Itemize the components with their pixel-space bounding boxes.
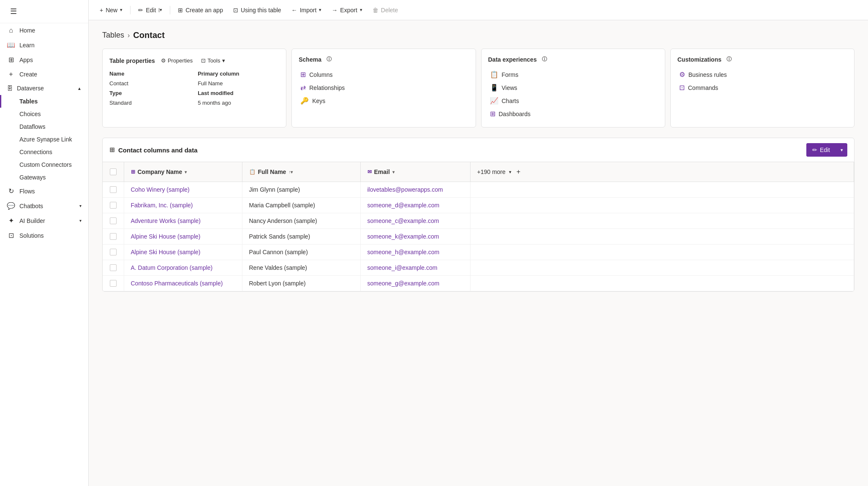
company-value[interactable]: Coho Winery (sample) <box>131 186 190 193</box>
using-table-button[interactable]: ⊡ Using this table <box>229 4 286 16</box>
row-checkbox-2[interactable] <box>110 217 117 224</box>
sidebar-item-label: Flows <box>19 188 35 195</box>
edit-button[interactable]: ✏ Edit |▾ <box>134 4 166 16</box>
commands-link[interactable]: ⊡ Commands <box>678 81 847 94</box>
business-rules-link[interactable]: ⚙ Business rules <box>678 68 847 81</box>
header-checkbox[interactable] <box>110 168 117 175</box>
relationships-icon: ⇄ <box>300 84 306 92</box>
sidebar-item-learn[interactable]: 📖 Learn <box>0 38 88 52</box>
sidebar-item-custom-connectors[interactable]: Custom Connectors <box>0 158 88 171</box>
sidebar-group-dataverse[interactable]: 🗄 Dataverse ▲ <box>0 81 88 95</box>
row-checkbox-cell <box>103 229 124 244</box>
sidebar-item-connections[interactable]: Connections <box>0 146 88 158</box>
charts-link[interactable]: 📈 Charts <box>488 94 658 107</box>
th-email[interactable]: ✉ Email ▾ <box>360 162 470 182</box>
company-value[interactable]: Fabrikam, Inc. (sample) <box>131 202 193 209</box>
table-row: Coho Winery (sample) Jim Glynn (sample) … <box>103 182 854 198</box>
forms-link[interactable]: 📋 Forms <box>488 68 658 81</box>
add-column-button[interactable]: + <box>515 166 522 177</box>
sidebar-item-tables[interactable]: Tables <box>0 95 88 108</box>
company-sort-icon: ▾ <box>185 170 187 174</box>
edit-pencil-icon-2: ✏ <box>812 147 817 153</box>
sidebar-item-ai-builder[interactable]: ✦ AI Builder ▾ <box>0 213 88 228</box>
email-value[interactable]: someone_h@example.com <box>367 249 440 255</box>
email-value[interactable]: someone_d@example.com <box>367 202 440 209</box>
data-section-header: ⊞ Contact columns and data ✏ Edit ▾ <box>103 138 854 162</box>
row-fullname-5: Rene Valdes (sample) <box>242 260 360 276</box>
type-value: Standard <box>109 100 191 106</box>
email-value[interactable]: someone_k@example.com <box>367 233 439 240</box>
sidebar-item-dataflows[interactable]: Dataflows <box>0 120 88 133</box>
row-checkbox-0[interactable] <box>110 186 117 193</box>
email-value[interactable]: someone_c@example.com <box>367 217 439 224</box>
import-button[interactable]: ← Import ▾ <box>287 4 326 16</box>
company-value[interactable]: Contoso Pharmaceuticals (sample) <box>131 280 223 287</box>
company-col-icon: ⊞ <box>131 169 135 175</box>
row-checkbox-cell <box>103 213 124 229</box>
row-checkbox-1[interactable] <box>110 202 117 209</box>
relationships-label: Relationships <box>309 84 345 91</box>
more-chevron-icon[interactable]: ▾ <box>509 169 512 175</box>
sidebar-item-create[interactable]: + Create <box>0 67 88 81</box>
more-columns-label[interactable]: +190 more <box>477 168 506 175</box>
columns-link[interactable]: ⊞ Columns <box>299 68 468 81</box>
company-value[interactable]: Alpine Ski House (sample) <box>131 249 201 255</box>
tools-chevron-icon: ▾ <box>222 57 225 64</box>
main-content: + New ▾ ✏ Edit |▾ ⊞ Create an app ⊡ Usin… <box>89 0 868 486</box>
edit-main-button[interactable]: ✏ Edit <box>806 143 836 157</box>
th-company-name[interactable]: ⊞ Company Name ▾ <box>124 162 242 182</box>
row-more-4 <box>470 244 854 260</box>
import-dropdown-icon: ▾ <box>319 7 321 13</box>
menu-toggle[interactable]: ☰ <box>7 5 20 18</box>
row-email-6: someone_g@example.com <box>360 276 470 291</box>
email-value[interactable]: someone_i@example.com <box>367 264 438 271</box>
dashboards-link[interactable]: ⊞ Dashboards <box>488 107 658 120</box>
row-email-3: someone_k@example.com <box>360 229 470 244</box>
customizations-title: Customizations <box>678 56 721 63</box>
company-value[interactable]: Adventure Works (sample) <box>131 217 201 224</box>
edit-dropdown-icon: |▾ <box>158 7 162 13</box>
email-value[interactable]: ilovetables@powerapps.com <box>367 186 443 193</box>
business-rules-label: Business rules <box>688 71 727 78</box>
row-checkbox-3[interactable] <box>110 233 117 240</box>
tools-button[interactable]: ⊡ Tools ▾ <box>199 56 227 65</box>
company-col-label: Company Name <box>138 168 182 175</box>
table-row: Fabrikam, Inc. (sample) Maria Campbell (… <box>103 198 854 213</box>
row-checkbox-4[interactable] <box>110 249 117 255</box>
company-value[interactable]: A. Datum Corporation (sample) <box>131 264 213 271</box>
create-app-label: Create an app <box>185 7 223 14</box>
sidebar-item-choices[interactable]: Choices <box>0 108 88 120</box>
relationships-link[interactable]: ⇄ Relationships <box>299 81 468 94</box>
email-value[interactable]: someone_g@example.com <box>367 280 440 287</box>
sidebar-item-apps[interactable]: ⊞ Apps <box>0 52 88 67</box>
create-app-button[interactable]: ⊞ Create an app <box>174 4 227 16</box>
th-full-name[interactable]: 📋 Full Name ↑▾ <box>242 162 360 182</box>
dataverse-icon: 🗄 <box>7 85 13 92</box>
sidebar-item-solutions[interactable]: ⊡ Solutions <box>0 228 88 243</box>
row-checkbox-6[interactable] <box>110 280 117 287</box>
delete-button[interactable]: 🗑 Delete <box>368 4 402 16</box>
toolbar-sep-2 <box>170 6 170 14</box>
primary-column-label: Primary column <box>198 71 279 77</box>
export-button[interactable]: → Export ▾ <box>327 4 366 16</box>
sidebar-item-flows[interactable]: ↻ Flows <box>0 184 88 198</box>
breadcrumb-tables-link[interactable]: Tables <box>102 31 124 40</box>
sidebar-item-azure-synapse[interactable]: Azure Synapse Link <box>0 133 88 146</box>
sidebar-item-home[interactable]: ⌂ Home <box>0 23 88 38</box>
row-fullname-6: Robert Lyon (sample) <box>242 276 360 291</box>
company-value[interactable]: Alpine Ski House (sample) <box>131 233 201 240</box>
edit-dropdown-button[interactable]: ▾ <box>836 144 847 156</box>
cards-grid: Table properties ⚙ Properties ⊡ Tools ▾ <box>102 49 854 128</box>
row-fullname-0: Jim Glynn (sample) <box>242 182 360 198</box>
new-button[interactable]: + New ▾ <box>95 4 127 16</box>
row-checkbox-5[interactable] <box>110 264 117 271</box>
views-link[interactable]: 📱 Views <box>488 81 658 94</box>
sidebar-item-gateways[interactable]: Gateways <box>0 171 88 184</box>
table-body: Coho Winery (sample) Jim Glynn (sample) … <box>103 182 854 291</box>
row-company-3: Alpine Ski House (sample) <box>124 229 242 244</box>
properties-button[interactable]: ⚙ Properties <box>158 56 195 65</box>
keys-link[interactable]: 🔑 Keys <box>299 94 468 107</box>
data-section-title: ⊞ Contact columns and data <box>109 146 198 154</box>
row-fullname-4: Paul Cannon (sample) <box>242 244 360 260</box>
sidebar-item-chatbots[interactable]: 💬 Chatbots ▾ <box>0 198 88 213</box>
